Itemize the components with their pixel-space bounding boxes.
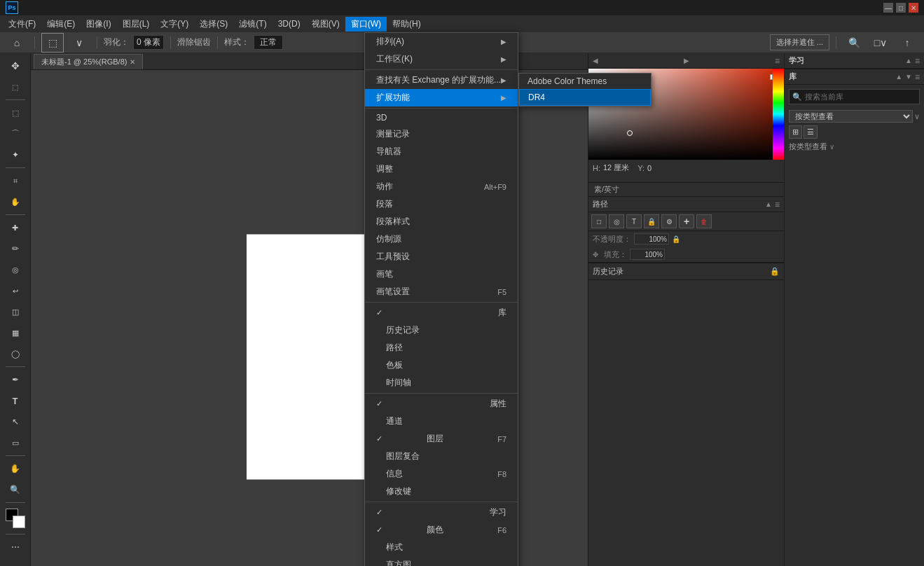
library-type-filter[interactable]: 按类型查看 xyxy=(789,110,913,123)
adobe-color-themes-item[interactable]: Adobe Color Themes xyxy=(519,74,651,89)
path-stroke-btn[interactable]: ◎ xyxy=(609,214,624,228)
spectrum-handle[interactable] xyxy=(770,74,773,80)
dr4-item[interactable]: DR4 xyxy=(519,89,651,106)
menu-text[interactable]: 文字(Y) xyxy=(155,17,194,32)
shape-tool-btn[interactable]: ▭ xyxy=(4,433,27,453)
menu-tool-presets[interactable]: 工具预设 xyxy=(365,248,518,265)
menu-help[interactable]: 帮助(H) xyxy=(387,17,427,32)
stamp-tool-btn[interactable]: ◎ xyxy=(4,260,27,279)
menu-file[interactable]: 文件(F) xyxy=(3,17,41,32)
menu-swatches[interactable]: 色板 xyxy=(365,357,518,374)
menu-learn[interactable]: ✓ 学习 xyxy=(365,504,518,521)
menu-properties[interactable]: ✓ 属性 xyxy=(365,395,518,413)
path-fill-btn[interactable]: □ xyxy=(591,214,607,228)
view-type-label[interactable]: 按类型查看 ∨ xyxy=(789,142,920,152)
path-settings-btn[interactable]: ⚙ xyxy=(661,214,677,228)
menu-layer-comp[interactable]: 图层复合 xyxy=(365,448,518,465)
library-search-input[interactable] xyxy=(805,92,916,101)
menu-edit[interactable]: 编辑(E) xyxy=(41,17,81,32)
heal-tool-btn[interactable]: ✚ xyxy=(4,218,27,237)
lib-menu-btn[interactable]: ≡ xyxy=(915,72,920,82)
menu-3d[interactable]: 3D xyxy=(365,110,518,125)
path-select-btn[interactable]: ↖ xyxy=(4,412,27,432)
more-tools-btn[interactable]: ⋯ xyxy=(4,537,27,557)
menu-navigator[interactable]: 导航器 xyxy=(365,143,518,160)
paths-menu-btn[interactable]: ≡ xyxy=(775,200,780,209)
menu-para-styles[interactable]: 段落样式 xyxy=(365,213,518,230)
color-panel-menu-btn[interactable]: ≡ xyxy=(775,56,780,66)
grid-view-btn[interactable]: ⊞ xyxy=(789,125,802,139)
menu-history[interactable]: 历史记录 xyxy=(365,322,518,339)
zoom-tool-btn[interactable]: 🔍 xyxy=(4,480,27,499)
menu-filter[interactable]: 滤镜(T) xyxy=(233,17,272,32)
artboard-tool-btn[interactable]: ⬚ xyxy=(4,77,27,97)
dodge-btn[interactable]: ◯ xyxy=(4,344,27,364)
marquee-options-btn[interactable]: ∨ xyxy=(68,33,90,53)
menu-layers-item[interactable]: ✓ 图层 F7 xyxy=(365,430,518,448)
move-tool-btn[interactable]: ✥ xyxy=(4,56,27,76)
hand-tool-btn[interactable]: ✋ xyxy=(4,459,27,478)
document-tab[interactable]: 未标题-1 @ 25%(RGB/8) ✕ xyxy=(34,54,143,69)
color-spectrum-bar[interactable] xyxy=(773,69,784,160)
tab-close-icon[interactable]: ✕ xyxy=(130,58,135,66)
history-brush-btn[interactable]: ↩ xyxy=(4,281,27,301)
menu-view[interactable]: 视图(V) xyxy=(306,17,345,32)
learn-scroll-up[interactable]: ▲ xyxy=(905,57,912,64)
menu-libraries[interactable]: ✓ 库 xyxy=(365,304,518,322)
path-new-btn[interactable]: + xyxy=(679,214,694,228)
path-delete-btn[interactable]: 🗑 xyxy=(696,214,712,228)
menu-color[interactable]: ✓ 颜色 F6 xyxy=(365,521,518,539)
menu-brush-settings[interactable]: 画笔设置 F5 xyxy=(365,283,518,301)
list-view-btn[interactable]: ☰ xyxy=(804,125,818,139)
select-mask-button[interactable]: 选择并遮住 ... xyxy=(770,34,829,50)
zoom-dropdown-btn[interactable]: □∨ xyxy=(869,33,892,53)
pen-tool-btn[interactable]: ✒ xyxy=(4,370,27,389)
panel-scroll-left[interactable]: ◀ xyxy=(593,57,598,64)
lib-scroll-down[interactable]: ▼ xyxy=(905,73,912,81)
menu-timeline[interactable]: 时间轴 xyxy=(365,374,518,392)
menu-layer[interactable]: 图层(L) xyxy=(117,17,156,32)
paths-scroll-up[interactable]: ▲ xyxy=(765,200,772,208)
style-value[interactable]: 正常 xyxy=(254,35,283,50)
lasso-tool-btn[interactable]: ⌒ xyxy=(4,124,27,144)
gradient-btn[interactable]: ▦ xyxy=(4,323,27,343)
path-lock-btn[interactable]: 🔒 xyxy=(644,214,659,228)
menu-adjustments[interactable]: 调整 xyxy=(365,160,518,178)
menu-info[interactable]: 信息 F8 xyxy=(365,465,518,483)
menu-measurement[interactable]: 测量记录 xyxy=(365,125,518,143)
type-tool-btn[interactable]: T xyxy=(4,391,27,410)
menu-paragraph[interactable]: 段落 xyxy=(365,195,518,213)
search-button[interactable]: 🔍 xyxy=(843,33,865,53)
magic-wand-btn[interactable]: ✦ xyxy=(4,145,27,165)
menu-brush[interactable]: 画笔 xyxy=(365,265,518,283)
menu-arrange[interactable]: 排列(A) ▶ xyxy=(365,33,518,50)
maximize-button[interactable]: □ xyxy=(896,3,906,13)
menu-3d[interactable]: 3D(D) xyxy=(273,18,306,30)
path-to-sel-btn[interactable]: T xyxy=(626,214,642,228)
color-picker-handle[interactable] xyxy=(627,130,633,136)
background-color[interactable] xyxy=(13,516,25,528)
menu-paths[interactable]: 路径 xyxy=(365,339,518,357)
learn-menu-btn[interactable]: ≡ xyxy=(915,56,920,66)
menu-channels[interactable]: 通道 xyxy=(365,413,518,430)
menu-shortcuts[interactable]: 修改键 xyxy=(365,483,518,500)
close-button[interactable]: ✕ xyxy=(909,3,918,13)
menu-extensions[interactable]: 扩展功能 ▶ xyxy=(365,89,518,106)
brush-tool-btn[interactable]: ✏ xyxy=(4,239,27,258)
menu-actions[interactable]: 动作 Alt+F9 xyxy=(365,178,518,195)
menu-styles[interactable]: 样式 xyxy=(365,539,518,556)
menu-select[interactable]: 选择(S) xyxy=(194,17,233,32)
opacity-input[interactable] xyxy=(634,233,669,244)
smooth-checkbox[interactable]: 滑除锯齿 xyxy=(177,36,211,48)
panel-scroll-right[interactable]: ▶ xyxy=(684,57,689,64)
menu-exchange[interactable]: 查找有关 Exchange 的扩展功能... ▶ xyxy=(365,71,518,89)
menu-image[interactable]: 图像(I) xyxy=(81,17,116,32)
home-button[interactable]: ⌂ xyxy=(6,33,28,53)
menu-workspace[interactable]: 工作区(K) ▶ xyxy=(365,50,518,68)
menu-window[interactable]: 窗口(W) xyxy=(345,17,387,32)
share-button[interactable]: ↑ xyxy=(896,33,918,53)
marquee-tool-btn[interactable]: ⬚ xyxy=(4,103,27,123)
library-search-box[interactable]: 🔍 xyxy=(789,89,920,104)
fill-input[interactable] xyxy=(630,249,665,260)
marquee-rect-btn[interactable]: ⬚ xyxy=(41,33,64,53)
